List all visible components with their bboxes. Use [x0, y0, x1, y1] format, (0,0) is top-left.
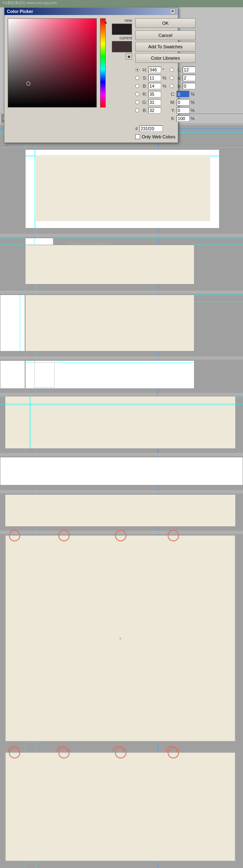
m-input[interactable]	[177, 99, 190, 106]
separator-1	[0, 234, 243, 237]
s-input-row: S: %	[135, 74, 166, 82]
circle-marker-t2	[58, 530, 70, 541]
inputs-area: H: ° S: % B: %	[135, 66, 196, 122]
canvas-side-3	[0, 360, 25, 389]
hue-bar[interactable]	[100, 18, 106, 108]
h-label: H:	[141, 67, 147, 72]
only-web-checkbox[interactable]	[135, 134, 140, 139]
h-unit: °	[162, 67, 164, 72]
b3-input-row: b:	[170, 82, 196, 90]
cancel-button[interactable]: Cancel	[135, 30, 196, 40]
color-libraries-button[interactable]: Color Libraries	[135, 53, 196, 63]
arrow-right-indicator: →	[4, 142, 10, 149]
r-label: R:	[141, 92, 147, 97]
canvas-page-beige-5	[5, 396, 236, 449]
m-input-row: M: %	[170, 99, 196, 106]
canvas-area: ↓ → Hold the Shift key Hide the guidesto…	[0, 125, 243, 868]
canvas-page-4	[25, 360, 194, 389]
hex-input[interactable]	[139, 125, 163, 132]
m-unit: %	[191, 100, 195, 105]
s-radio[interactable]	[135, 76, 139, 80]
close-button[interactable]: ✕	[170, 9, 175, 14]
c-unit: %	[191, 92, 195, 97]
color-swatches-area: new current ◉	[110, 18, 132, 139]
canvas-page-beige-2	[25, 245, 194, 284]
separator-4	[0, 393, 243, 396]
y-input[interactable]	[177, 107, 190, 114]
h-input[interactable]	[148, 67, 161, 73]
top-header-bar: PS爱好者论坛 www.xxxx-yyy.com	[0, 0, 243, 7]
separator-5	[0, 453, 243, 456]
separator-3	[0, 356, 243, 360]
canvas-page-6	[0, 457, 243, 485]
b2-input[interactable]	[148, 107, 161, 114]
s-input[interactable]	[148, 75, 161, 81]
circle-marker-t3	[115, 530, 126, 541]
dialog-right-panel: OK Cancel Add To Swatches Color Librarie…	[135, 18, 196, 139]
only-web-row: Only Web Colors	[135, 134, 196, 139]
a-input[interactable]	[183, 75, 196, 81]
color-picker-dialog[interactable]: Color Picker ✕ new current ◉ OK Cancel A…	[4, 7, 178, 143]
l-radio[interactable]	[170, 68, 174, 72]
circle-marker-t4	[168, 530, 179, 541]
y-label: Y:	[170, 108, 175, 113]
s-unit: %	[162, 75, 166, 80]
g-radio[interactable]	[135, 100, 139, 104]
circle-marker-b42	[168, 747, 179, 758]
only-web-label: Only Web Colors	[142, 134, 175, 139]
add-to-swatches-button[interactable]: Add To Swatches	[135, 42, 196, 52]
a-input-row: a:	[170, 74, 196, 82]
k-input-row: K: %	[170, 115, 196, 122]
guide-cyan-h-2	[0, 147, 243, 148]
new-color-swatch	[112, 24, 132, 35]
canvas-page-beige-3	[25, 295, 194, 351]
canvas-page-large-bottom: +	[5, 535, 236, 742]
gradient-canvas[interactable]	[8, 18, 97, 108]
hue-slider	[99, 22, 107, 24]
b-label: B:	[141, 84, 147, 88]
r-radio[interactable]	[135, 92, 139, 96]
dialog-title: Color Picker	[7, 9, 33, 14]
b-unit: %	[162, 84, 166, 88]
hue-bar-container[interactable]	[100, 18, 107, 108]
circle-marker-bl2	[9, 747, 20, 758]
b3-input[interactable]	[183, 83, 196, 89]
h-radio[interactable]	[135, 68, 139, 72]
separator-2	[0, 291, 243, 294]
l-input[interactable]	[183, 67, 196, 73]
g-input[interactable]	[148, 99, 161, 106]
c-label: C:	[170, 92, 175, 97]
l-label: L:	[175, 67, 181, 72]
circle-marker-b32	[115, 747, 126, 758]
inputs-left: H: ° S: % B: %	[135, 66, 166, 122]
a-label: a:	[175, 75, 181, 80]
b3-radio[interactable]	[170, 84, 174, 88]
site-watermark: PS爱好者论坛 www.xxxx-yyy.com	[0, 0, 59, 6]
current-swatch-label: current	[119, 36, 132, 40]
hex-row: #	[135, 125, 196, 132]
separator-6	[0, 490, 243, 493]
g-label: G:	[141, 100, 147, 105]
opacity-button[interactable]: ◉	[126, 53, 132, 60]
k-input[interactable]	[177, 115, 190, 122]
beige-content-1	[35, 156, 210, 221]
current-color-swatch	[112, 41, 132, 52]
canvas-page-beige-7	[5, 494, 236, 527]
k-label: K:	[170, 116, 175, 121]
c-input[interactable]	[177, 91, 190, 97]
b3-label: b:	[175, 84, 181, 88]
a-radio[interactable]	[170, 76, 174, 80]
b2-input-row: B:	[135, 107, 166, 114]
canvas-page-beige-bottom	[5, 752, 236, 862]
b-input[interactable]	[148, 83, 161, 89]
m-label: M:	[170, 100, 175, 105]
b2-label: B:	[141, 108, 147, 113]
color-cursor	[26, 82, 30, 86]
ok-button[interactable]: OK	[135, 18, 196, 28]
dialog-titlebar: Color Picker ✕	[4, 8, 178, 15]
color-gradient-picker[interactable]	[8, 18, 97, 108]
k-unit: %	[191, 116, 195, 121]
r-input[interactable]	[148, 91, 161, 97]
b-radio[interactable]	[135, 84, 139, 88]
b2-radio[interactable]	[135, 108, 139, 112]
